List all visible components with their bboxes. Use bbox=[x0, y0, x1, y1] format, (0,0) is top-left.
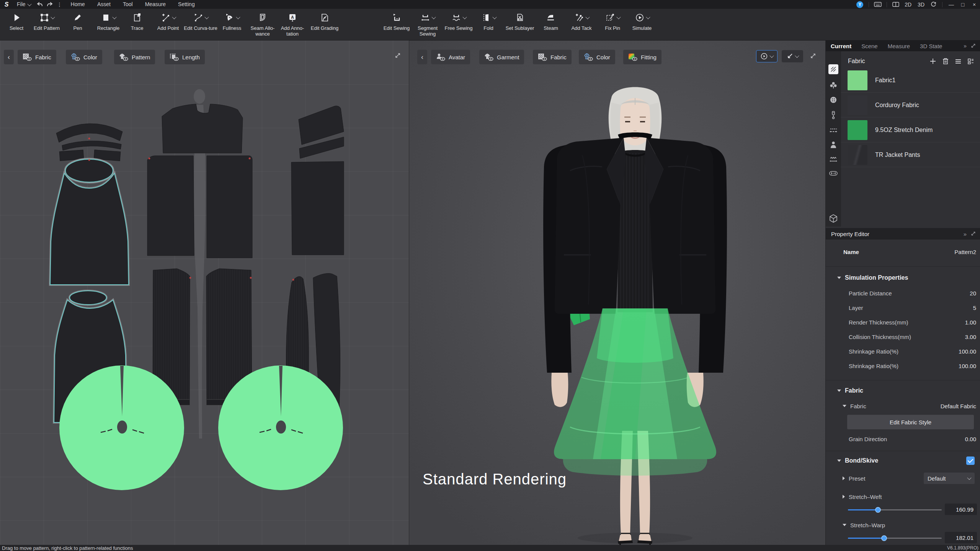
toggle-fabric-2d-button[interactable]: Fabric bbox=[18, 50, 56, 64]
stretch-warp-row[interactable]: Stretch–Warp bbox=[826, 520, 980, 530]
tool-set-sublayer[interactable]: Set Sublayer bbox=[502, 11, 537, 31]
pattern-piece-jacket-side-right[interactable] bbox=[207, 156, 252, 258]
stretch-weft-row[interactable]: Stretch–Weft bbox=[826, 492, 980, 502]
tool-segment-sewing[interactable]: Segment Sewing bbox=[410, 11, 445, 37]
more-options-icon[interactable]: ⋮ bbox=[55, 0, 65, 9]
toggle-length-2d-button[interactable]: Length bbox=[165, 50, 205, 64]
tab-3d-state[interactable]: 3D State bbox=[915, 43, 947, 49]
section-bond-skive[interactable]: Bond/Skive bbox=[826, 456, 980, 466]
delete-fabric-icon[interactable] bbox=[941, 57, 950, 66]
collapse-panel-icon[interactable]: » bbox=[964, 43, 967, 49]
tool-add-annotation[interactable]: A Add Anno-tation bbox=[275, 11, 310, 37]
stretch-warp-value[interactable]: 182.01 bbox=[945, 532, 977, 543]
pattern-piece-sleeve-top[interactable] bbox=[299, 106, 344, 158]
tool-add-point[interactable]: Add Point bbox=[150, 11, 186, 31]
list-view-icon[interactable] bbox=[954, 57, 963, 66]
section-fabric[interactable]: Fabric bbox=[826, 386, 980, 396]
card-view-icon[interactable] bbox=[966, 57, 975, 66]
toggle-garment-3d-button[interactable]: Garment bbox=[479, 50, 524, 64]
tab-measure[interactable]: Measure bbox=[883, 43, 915, 49]
maximize-button[interactable]: □ bbox=[957, 0, 969, 9]
tool-steam[interactable]: Steam bbox=[533, 11, 568, 31]
fabric-list-item[interactable]: Fabric1 bbox=[841, 68, 980, 93]
fabric-list-item[interactable]: Corduroy Fabric bbox=[841, 93, 980, 117]
pattern-piece-back-panel[interactable] bbox=[291, 161, 344, 255]
property-value[interactable]: Default Fabric bbox=[941, 403, 976, 409]
tool-pen[interactable]: Pen bbox=[60, 11, 95, 31]
fabric-list-item[interactable]: TR Jacket Pants bbox=[841, 143, 980, 167]
menu-measure[interactable]: Measure bbox=[139, 0, 172, 9]
name-value[interactable]: Pattern2 bbox=[954, 249, 976, 255]
property-value[interactable]: 20 bbox=[970, 290, 976, 297]
category-3d-assets-icon[interactable] bbox=[828, 214, 838, 223]
menu-tool[interactable]: Tool bbox=[117, 0, 139, 9]
edit-fabric-style-button[interactable]: Edit Fabric Style bbox=[847, 415, 974, 429]
pattern-2d-canvas[interactable] bbox=[0, 41, 409, 545]
collapse-panel-icon[interactable]: » bbox=[964, 231, 967, 237]
tool-simulate[interactable]: Simulate bbox=[624, 11, 660, 31]
toggle-pattern-2d-button[interactable]: Pattern bbox=[114, 50, 155, 64]
tool-edit-pattern[interactable]: Edit Pattern bbox=[29, 11, 64, 31]
category-fabric-icon[interactable] bbox=[828, 64, 838, 74]
tool-fullness[interactable]: Fullness bbox=[214, 11, 250, 31]
property-value[interactable]: 0.00 bbox=[965, 436, 976, 442]
collapse-2d-toolbar-button[interactable]: ‹ bbox=[4, 50, 14, 64]
preset-select[interactable]: Default bbox=[924, 473, 975, 484]
sync-view-icon[interactable] bbox=[928, 0, 939, 9]
tab-current[interactable]: Current bbox=[826, 43, 856, 49]
render-mode-button[interactable] bbox=[756, 50, 777, 62]
keyboard-shortcuts-icon[interactable] bbox=[872, 0, 884, 9]
toggle-color-3d-button[interactable]: Color bbox=[579, 50, 615, 64]
bond-skive-checkbox[interactable] bbox=[966, 456, 975, 465]
section-simulation-properties[interactable]: Simulation Properties bbox=[826, 273, 980, 283]
undo-icon[interactable] bbox=[35, 0, 45, 9]
category-tape-icon[interactable] bbox=[828, 168, 838, 178]
add-fabric-icon[interactable] bbox=[928, 57, 938, 66]
menu-asset[interactable]: Asset bbox=[91, 0, 117, 9]
tool-add-tack[interactable]: Add Tack bbox=[564, 11, 599, 31]
stretch-weft-slider[interactable] bbox=[848, 509, 942, 510]
tool-edit-curvature[interactable]: Edit Curva-ture bbox=[183, 11, 218, 31]
property-value[interactable]: 3.00 bbox=[965, 334, 976, 340]
user-avatar[interactable]: Y bbox=[854, 0, 866, 9]
tool-trace[interactable]: Trace bbox=[119, 11, 155, 31]
redo-icon[interactable] bbox=[45, 0, 55, 9]
fabric-list-item[interactable]: 9.5OZ Stretch Denim bbox=[841, 118, 980, 142]
pattern-piece-tank-front[interactable] bbox=[50, 159, 129, 285]
category-stitch-icon[interactable] bbox=[828, 126, 838, 135]
category-zipper-icon[interactable] bbox=[828, 110, 838, 120]
pattern-piece-circle-skirt-right[interactable] bbox=[218, 365, 343, 490]
pattern-piece-jacket-side-left[interactable] bbox=[147, 156, 194, 256]
mode-3d-button[interactable]: 3D bbox=[915, 2, 928, 8]
expand-3d-panel-icon[interactable] bbox=[810, 52, 817, 59]
slider-knob[interactable] bbox=[881, 535, 887, 541]
toggle-fabric-3d-button[interactable]: Fabric bbox=[533, 50, 572, 64]
split-view-icon[interactable] bbox=[890, 0, 902, 9]
pattern-2d-panel[interactable]: ‹ Fabric Color Pattern Length bbox=[0, 41, 409, 545]
expand-2d-panel-icon[interactable] bbox=[394, 52, 401, 59]
property-value[interactable]: 100.00 bbox=[959, 363, 976, 369]
expand-panel-icon[interactable] bbox=[970, 43, 976, 49]
tool-fold[interactable]: Fold bbox=[471, 11, 506, 31]
menu-setting[interactable]: Setting bbox=[172, 0, 201, 9]
viewport-3d-panel[interactable]: ‹ Avatar Garment Fabric Color Fitting bbox=[409, 41, 826, 545]
pointer-mode-button[interactable] bbox=[782, 50, 803, 62]
toggle-avatar-3d-button[interactable]: Avatar bbox=[431, 50, 470, 64]
pattern-piece-circle-skirt-left[interactable] bbox=[59, 365, 184, 490]
close-button[interactable]: × bbox=[969, 0, 980, 9]
toggle-fitting-3d-button[interactable]: Fitting bbox=[623, 50, 662, 64]
category-button-icon[interactable] bbox=[828, 95, 838, 105]
property-value[interactable]: 1.00 bbox=[965, 319, 976, 326]
toggle-color-2d-button[interactable]: Color bbox=[66, 50, 102, 64]
stretch-weft-value[interactable]: 160.99 bbox=[945, 504, 977, 515]
collapse-3d-toolbar-button[interactable]: ‹ bbox=[417, 50, 427, 64]
property-value[interactable]: 5 bbox=[973, 305, 976, 311]
category-trim-icon[interactable] bbox=[828, 80, 838, 90]
menu-home[interactable]: Home bbox=[65, 0, 91, 9]
expand-panel-icon[interactable] bbox=[970, 231, 976, 236]
category-elastic-icon[interactable] bbox=[828, 155, 838, 165]
fabric-sub-row[interactable]: Fabric Default Fabric bbox=[826, 401, 980, 411]
tab-scene[interactable]: Scene bbox=[856, 43, 883, 49]
tool-edit-sewing[interactable]: Edit Sewing bbox=[379, 11, 414, 31]
menu-file[interactable]: File bbox=[13, 0, 35, 9]
